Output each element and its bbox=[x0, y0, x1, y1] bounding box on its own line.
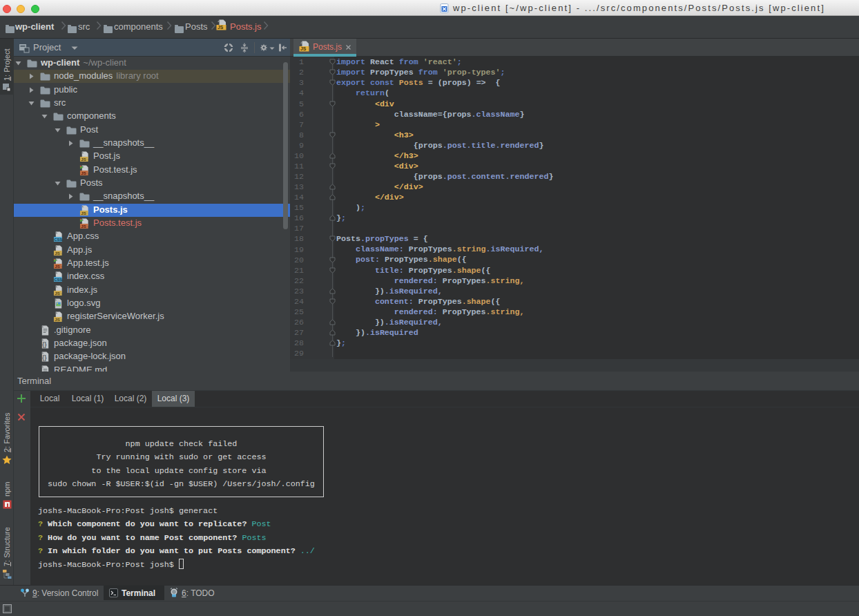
svg-text:JS: JS bbox=[300, 46, 307, 51]
svg-text:JS: JS bbox=[218, 25, 224, 30]
svg-text:JS: JS bbox=[81, 224, 86, 229]
svg-text:JS: JS bbox=[55, 290, 59, 295]
svg-text:JS: JS bbox=[81, 157, 86, 162]
svg-text:CSS: CSS bbox=[55, 238, 63, 242]
svg-text:JS: JS bbox=[55, 250, 59, 255]
svg-text:JS: JS bbox=[55, 317, 59, 322]
svg-text:JS: JS bbox=[81, 170, 86, 175]
svg-text:{}: {} bbox=[42, 341, 47, 348]
svg-text:CSS: CSS bbox=[55, 278, 63, 282]
svg-text:JS: JS bbox=[81, 210, 86, 215]
svg-text:{}: {} bbox=[42, 354, 47, 361]
svg-text:JS: JS bbox=[55, 264, 59, 269]
